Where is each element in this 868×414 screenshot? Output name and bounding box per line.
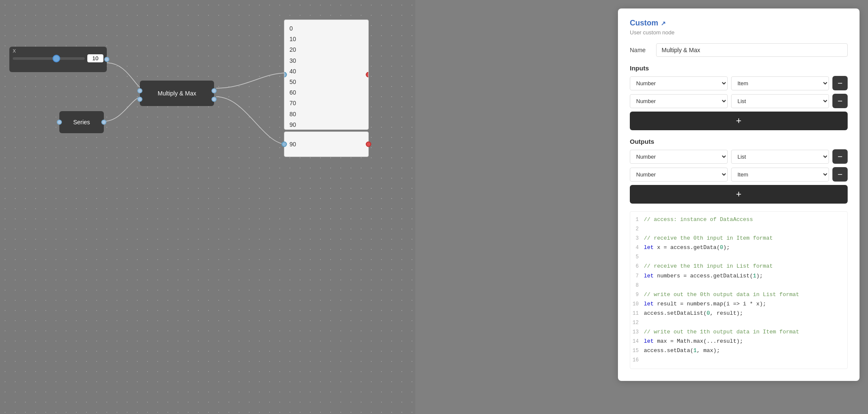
code-line-10: 10 let result = numbers.map(i => i * x); [630, 299, 847, 309]
outputs-section-title: Outputs [630, 138, 848, 145]
input-row-1: Number String Boolean Item List − [630, 76, 848, 90]
code-line-2: 2 [630, 224, 847, 234]
node-output-single: 90 [284, 131, 369, 157]
list-item: 40 [289, 66, 363, 77]
multiply-port-left-bottom[interactable] [137, 97, 142, 102]
code-line-3: 3 // receive the 0th input in Item forma… [630, 234, 847, 243]
x-output-port[interactable] [104, 57, 109, 62]
list-item: 70 [289, 98, 363, 109]
series-label: Series [73, 119, 90, 126]
output-row-2: Number String Boolean Item List − [630, 167, 848, 182]
panel-title: Custom ↗ [630, 19, 848, 28]
code-line-15: 15 access.setData(1, max); [630, 346, 847, 355]
output-1-type-select[interactable]: Number String Boolean [630, 150, 728, 164]
code-line-8: 8 [630, 281, 847, 290]
node-multiply-max: Multiply & Max [140, 81, 214, 106]
output-1-remove-button[interactable]: − [832, 149, 848, 164]
code-line-9: 9 // write out the 0th output data in Li… [630, 290, 847, 299]
panel-subtitle: User custom node [630, 29, 848, 36]
input-2-format-select[interactable]: List Item [731, 94, 829, 108]
output-2-type-select[interactable]: Number String Boolean [630, 168, 728, 182]
multiply-port-left-top[interactable] [137, 88, 142, 93]
code-line-1: 1 // access: instance of DataAccess [630, 215, 847, 224]
output-list-port-right[interactable] [366, 72, 369, 78]
output-single-port-left[interactable] [281, 142, 287, 147]
multiply-port-right-bottom[interactable] [211, 97, 217, 102]
series-port-right[interactable] [101, 120, 106, 125]
x-label: X [13, 48, 103, 53]
output-single-port-right[interactable] [366, 142, 371, 147]
code-line-7: 7 let numbers = access.getDataList(1); [630, 271, 847, 281]
multiply-label: Multiply & Max [158, 90, 196, 97]
code-line-6: 6 // receive the 1th input in List forma… [630, 262, 847, 271]
input-2-type-select[interactable]: Number String Boolean [630, 94, 728, 108]
code-line-13: 13 // write out the 1th output data in I… [630, 327, 847, 337]
code-line-5: 5 [630, 252, 847, 262]
list-item: 0 [289, 23, 363, 34]
code-editor[interactable]: 1 // access: instance of DataAccess 2 3 … [630, 211, 848, 369]
node-x-slider: X 10 [9, 47, 107, 72]
code-line-12: 12 [630, 318, 847, 327]
output-1-format-select[interactable]: List Item [731, 150, 829, 164]
output-row-1: Number String Boolean List Item − [630, 149, 848, 164]
canvas: X 10 Multiply & Max Series 0 10 20 30 40… [0, 0, 415, 414]
list-item: 30 [289, 56, 363, 66]
output-2-format-select[interactable]: Item List [731, 168, 829, 182]
input-1-type-select[interactable]: Number String Boolean [630, 76, 728, 90]
code-line-16: 16 [630, 355, 847, 365]
add-output-button[interactable]: + [630, 185, 848, 204]
list-item: 80 [289, 109, 363, 120]
slider-thumb [53, 55, 60, 62]
list-item: 50 [289, 77, 363, 87]
external-link-icon[interactable]: ↗ [661, 20, 666, 27]
list-item: 20 [289, 45, 363, 55]
input-row-2: Number String Boolean List Item − [630, 94, 848, 108]
input-1-remove-button[interactable]: − [832, 76, 848, 90]
output-list-values: 0 10 20 30 40 50 60 70 80 90 [284, 20, 368, 129]
list-item: 60 [289, 87, 363, 98]
right-panel: Custom ↗ User custom node Name Inputs Nu… [618, 8, 860, 381]
input-1-format-select[interactable]: Item List [731, 76, 829, 90]
name-row: Name [630, 43, 848, 57]
panel-title-text: Custom [630, 19, 658, 28]
code-line-4: 4 let x = access.getData(0); [630, 243, 847, 252]
node-output-list: 0 10 20 30 40 50 60 70 80 90 [284, 20, 369, 130]
list-item: 10 [289, 34, 363, 45]
name-input[interactable] [656, 43, 848, 57]
output-2-remove-button[interactable]: − [832, 167, 848, 182]
series-port-left[interactable] [57, 120, 62, 125]
name-label: Name [630, 47, 651, 53]
inputs-section-title: Inputs [630, 64, 848, 72]
code-line-11: 11 access.setDataList(0, result); [630, 309, 847, 318]
list-item: 90 [289, 120, 363, 129]
output-single-value: 90 [289, 141, 296, 148]
slider-track[interactable] [13, 57, 85, 60]
multiply-port-right-top[interactable] [211, 88, 217, 93]
slider-value: 10 [87, 54, 103, 62]
input-2-remove-button[interactable]: − [832, 94, 848, 108]
node-series: Series [59, 111, 104, 133]
add-input-button[interactable]: + [630, 112, 848, 130]
code-line-14: 14 let max = Math.max(...result); [630, 337, 847, 346]
